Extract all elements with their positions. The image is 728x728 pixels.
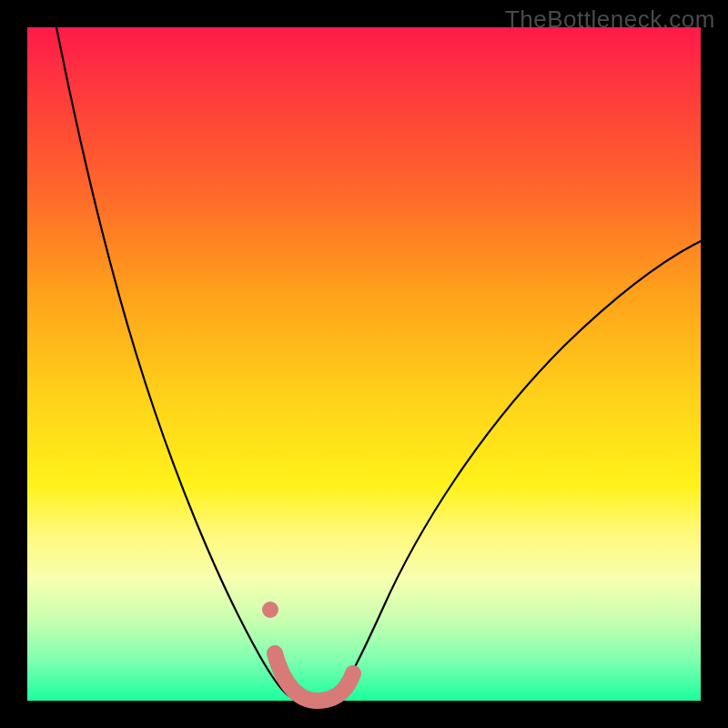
left-curve bbox=[56, 27, 291, 697]
right-curve bbox=[337, 241, 701, 697]
marker-dot bbox=[262, 602, 278, 618]
chart-overlay bbox=[27, 27, 701, 701]
marker-arc bbox=[275, 653, 353, 701]
